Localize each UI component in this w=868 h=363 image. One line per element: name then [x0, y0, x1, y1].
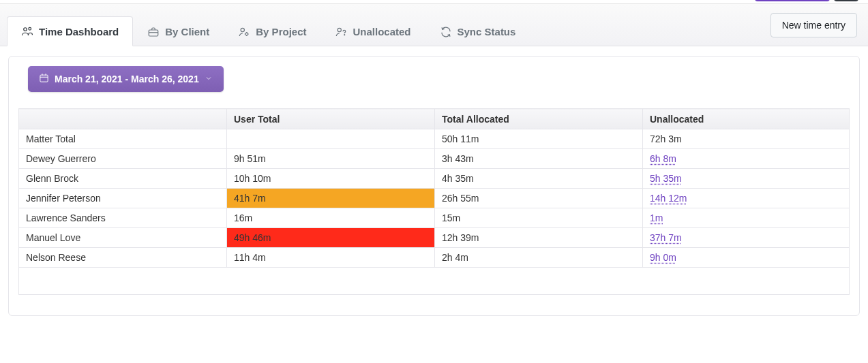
- table-row: Manuel Love49h 46m12h 39m37h 7m: [19, 228, 850, 248]
- new-time-entry-button[interactable]: New time entry: [770, 13, 857, 37]
- cell-user-total: 11h 4m: [227, 248, 435, 268]
- briefcase-icon: [147, 26, 160, 38]
- table-row: Lawrence Sanders16m15m1m: [19, 208, 850, 228]
- table-header-row: User Total Total Allocated Unallocated: [19, 109, 850, 129]
- tab-label: By Project: [256, 26, 306, 37]
- cell-total-allocated: 15m: [435, 208, 643, 228]
- cell-user-total: 9h 51m: [227, 149, 435, 169]
- unallocated-link[interactable]: 6h 8m: [650, 153, 676, 164]
- cell-name: Dewey Guerrero: [19, 149, 227, 169]
- cell-unallocated: 14h 12m: [643, 189, 850, 208]
- date-range-label: March 21, 2021 - March 26, 2021: [55, 74, 199, 84]
- svg-point-11: [344, 34, 345, 35]
- refresh-icon: [440, 26, 452, 38]
- calendar-icon: [39, 73, 49, 85]
- cell-unallocated: 5h 35m: [643, 169, 850, 189]
- svg-rect-12: [40, 75, 48, 82]
- unallocated-link[interactable]: 5h 35m: [650, 173, 682, 184]
- content-card: March 21, 2021 - March 26, 2021 User Tot…: [8, 56, 860, 316]
- topbar-secondary-button[interactable]: [834, 0, 858, 1]
- unallocated-link[interactable]: 9h 0m: [650, 252, 676, 263]
- cell-user-total: 16m: [227, 208, 435, 228]
- tab-unallocated[interactable]: Unallocated: [320, 16, 425, 46]
- cell-total-allocated: 4h 35m: [435, 169, 643, 189]
- tab-time-dashboard[interactable]: Time Dashboard: [7, 16, 133, 46]
- cell-user-total: 49h 46m: [227, 228, 435, 248]
- unallocated-link[interactable]: 14h 12m: [650, 193, 687, 204]
- cell-unallocated: 37h 7m: [643, 228, 850, 248]
- table-row: Jennifer Peterson41h 7m26h 55m14h 12m: [19, 189, 850, 208]
- chevron-down-icon: [205, 74, 213, 84]
- table-row: Nelson Reese11h 4m2h 4m9h 0m: [19, 248, 850, 268]
- svg-point-1: [29, 27, 31, 30]
- cell-name: Lawrence Sanders: [19, 208, 227, 228]
- tab-by-project[interactable]: By Project: [224, 16, 320, 46]
- cell-unallocated: 9h 0m: [643, 248, 850, 268]
- col-name: [19, 109, 227, 129]
- col-total-allocated: Total Allocated: [435, 109, 643, 129]
- tab-sync-status[interactable]: Sync Status: [425, 16, 530, 46]
- cell-total-allocated: 50h 11m: [435, 129, 643, 149]
- svg-point-0: [24, 28, 27, 31]
- user-question-icon: [335, 26, 347, 38]
- table-spacer-row: [19, 268, 850, 295]
- tabs: Time DashboardBy ClientBy ProjectUnalloc…: [7, 4, 530, 46]
- svg-point-5: [245, 33, 248, 35]
- tabs-row: Time DashboardBy ClientBy ProjectUnalloc…: [0, 4, 868, 46]
- cell-user-total: 41h 7m: [227, 189, 435, 208]
- cell-unallocated: 6h 8m: [643, 149, 850, 169]
- cell-user-total: 10h 10m: [227, 169, 435, 189]
- date-range-picker[interactable]: March 21, 2021 - March 26, 2021: [28, 66, 224, 92]
- cell-name: Jennifer Peterson: [19, 189, 227, 208]
- user-gear-icon: [238, 26, 250, 38]
- unallocated-link[interactable]: 1m: [650, 212, 663, 223]
- table-row: Dewey Guerrero9h 51m3h 43m6h 8m: [19, 149, 850, 169]
- col-unallocated: Unallocated: [643, 109, 850, 129]
- top-bar: [0, 0, 868, 4]
- cell-user-total: [227, 129, 435, 149]
- cell-name: Matter Total: [19, 129, 227, 149]
- tab-label: By Client: [165, 26, 209, 37]
- topbar-primary-button[interactable]: [755, 0, 830, 1]
- cell-name: Nelson Reese: [19, 248, 227, 268]
- users-icon: [21, 25, 33, 37]
- tab-label: Unallocated: [353, 26, 410, 37]
- cell-total-allocated: 26h 55m: [435, 189, 643, 208]
- cell-total-allocated: 12h 39m: [435, 228, 643, 248]
- cell-unallocated: 72h 3m: [643, 129, 850, 149]
- cell-name: Glenn Brock: [19, 169, 227, 189]
- cell-unallocated: 1m: [643, 208, 850, 228]
- time-table: User Total Total Allocated Unallocated M…: [18, 108, 850, 295]
- svg-rect-2: [149, 30, 159, 36]
- unallocated-link[interactable]: 37h 7m: [650, 232, 682, 243]
- svg-point-10: [338, 28, 342, 31]
- cell-total-allocated: 2h 4m: [435, 248, 643, 268]
- table-row: Matter Total50h 11m72h 3m: [19, 129, 850, 149]
- tab-by-client[interactable]: By Client: [133, 16, 224, 46]
- cell-name: Manuel Love: [19, 228, 227, 248]
- table-row: Glenn Brock10h 10m4h 35m5h 35m: [19, 169, 850, 189]
- col-user-total: User Total: [227, 109, 435, 129]
- cell-total-allocated: 3h 43m: [435, 149, 643, 169]
- tab-label: Sync Status: [458, 26, 516, 37]
- svg-point-4: [241, 28, 244, 31]
- tab-label: Time Dashboard: [39, 26, 119, 37]
- spacer-cell: [19, 268, 850, 295]
